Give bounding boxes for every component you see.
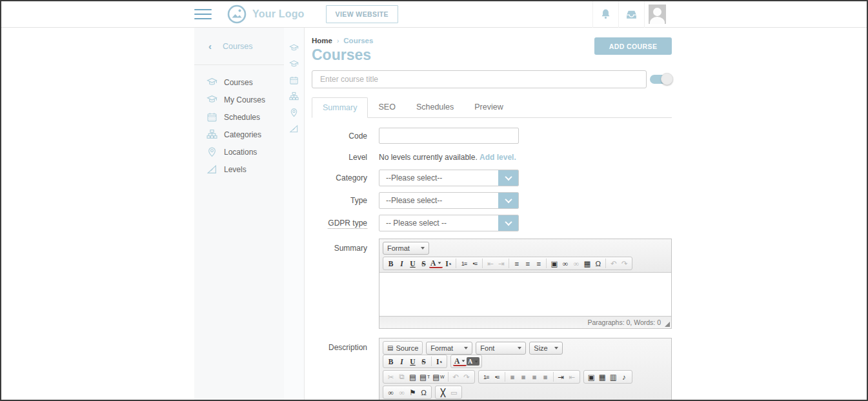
paste-word-icon[interactable]: ▤W bbox=[431, 371, 445, 382]
align-left-icon[interactable]: ≡ bbox=[511, 258, 522, 269]
strikethrough-icon[interactable]: S bbox=[418, 356, 429, 367]
align-right-icon[interactable]: ≡ bbox=[533, 258, 544, 269]
rail-categories-button[interactable] bbox=[289, 88, 299, 104]
link-icon[interactable]: ∞ bbox=[385, 387, 396, 398]
code-input[interactable] bbox=[379, 128, 519, 144]
rail-locations-button[interactable] bbox=[289, 104, 299, 121]
bold-icon[interactable]: B bbox=[385, 356, 396, 367]
numbered-list-icon[interactable]: 1≡ bbox=[458, 258, 469, 269]
sidebar-item-levels[interactable]: Levels bbox=[194, 161, 284, 178]
sidebar-item-locations[interactable]: Locations bbox=[194, 143, 284, 161]
anchor-icon[interactable]: ⚑ bbox=[407, 387, 418, 398]
align-center-icon[interactable]: ≡ bbox=[518, 371, 529, 382]
align-justify-icon[interactable]: ≡ bbox=[540, 371, 551, 382]
align-center-icon[interactable]: ≡ bbox=[522, 258, 533, 269]
category-dropdown-button[interactable] bbox=[498, 170, 518, 186]
resize-handle[interactable] bbox=[665, 322, 670, 327]
profile-menu-button[interactable] bbox=[644, 1, 670, 28]
sidebar-item-label: Levels bbox=[224, 165, 247, 174]
bulleted-list-icon[interactable]: •≡ bbox=[469, 258, 480, 269]
tab-preview[interactable]: Preview bbox=[464, 97, 513, 117]
special-char-icon[interactable]: Ω bbox=[592, 258, 603, 269]
code-label: Code bbox=[312, 128, 367, 141]
category-select[interactable]: --Please select-- bbox=[379, 170, 519, 186]
underline-icon[interactable]: U bbox=[407, 258, 418, 269]
gdpr-type-select[interactable]: -- Please select -- bbox=[379, 215, 519, 231]
redo-icon: ↷ bbox=[461, 371, 472, 382]
rail-levels-button[interactable] bbox=[289, 121, 299, 137]
special-char-icon[interactable]: Ω bbox=[418, 387, 429, 398]
summary-editor-content[interactable] bbox=[379, 273, 671, 316]
format-combo[interactable]: Format bbox=[383, 242, 429, 255]
breadcrumb-current-link[interactable]: Courses bbox=[343, 37, 373, 44]
format-combo[interactable]: Format bbox=[426, 342, 472, 355]
align-right-icon[interactable]: ≡ bbox=[529, 371, 540, 382]
underline-icon[interactable]: U bbox=[407, 356, 418, 367]
toolbar-group: ▣▦▥♪ bbox=[583, 370, 632, 384]
bold-icon[interactable]: B bbox=[385, 258, 396, 269]
image-icon[interactable]: ▣ bbox=[586, 371, 597, 382]
type-dropdown-button[interactable] bbox=[498, 193, 518, 208]
rail-my-courses-button[interactable] bbox=[289, 56, 299, 72]
audio-icon[interactable]: ♪ bbox=[619, 371, 630, 382]
strikethrough-icon[interactable]: S bbox=[418, 258, 429, 269]
toolbar-separator bbox=[553, 372, 554, 382]
sidebar-back-header[interactable]: ‹ Courses bbox=[194, 28, 284, 65]
maximize-icon[interactable]: ╳ bbox=[438, 387, 449, 398]
notifications-button[interactable] bbox=[592, 1, 618, 28]
italic-icon[interactable]: I bbox=[396, 258, 407, 269]
source-button[interactable]: ▤ Source bbox=[383, 341, 423, 355]
inbox-button[interactable] bbox=[618, 1, 644, 28]
left-gutter bbox=[1, 28, 194, 401]
link-icon[interactable]: ∞ bbox=[560, 258, 570, 269]
type-label: Type bbox=[312, 192, 367, 205]
text-color-icon[interactable]: A bbox=[453, 357, 467, 366]
level-label: Level bbox=[312, 152, 367, 162]
image-icon[interactable]: ▣ bbox=[549, 258, 560, 269]
rail-schedules-button[interactable] bbox=[289, 72, 299, 88]
sitemap-icon bbox=[207, 129, 217, 140]
tab-schedules[interactable]: Schedules bbox=[406, 97, 464, 117]
summary-editor: Format BIUSAIx1≡•≡⇤⇥≡≡≡▣∞∞▦Ω↶↷ Paragraph… bbox=[379, 239, 672, 329]
paste-text-icon[interactable]: ▤T bbox=[418, 371, 431, 382]
add-level-link[interactable]: Add level. bbox=[479, 153, 516, 162]
table-icon[interactable]: ▦ bbox=[581, 258, 592, 269]
toolbar-separator bbox=[448, 372, 449, 382]
align-left-icon[interactable]: ≡ bbox=[507, 371, 518, 382]
header-actions bbox=[592, 1, 670, 28]
table-icon[interactable]: ▦ bbox=[597, 371, 608, 382]
sidebar-item-categories[interactable]: Categories bbox=[194, 126, 284, 143]
remove-format-icon[interactable]: Ix bbox=[443, 258, 454, 269]
italic-icon[interactable]: I bbox=[396, 356, 407, 367]
tab-seo[interactable]: SEO bbox=[368, 97, 405, 117]
bulleted-list-icon[interactable]: •≡ bbox=[492, 371, 503, 382]
toolbar-separator bbox=[431, 357, 432, 366]
status-toggle[interactable] bbox=[650, 75, 671, 84]
size-combo[interactable]: Size bbox=[529, 342, 563, 355]
toolbar-separator bbox=[605, 259, 606, 268]
gdpr-dropdown-button[interactable] bbox=[498, 215, 518, 231]
sidebar-item-my-courses[interactable]: My Courses bbox=[194, 91, 284, 108]
bg-color-icon[interactable]: A bbox=[467, 357, 479, 366]
toolbar-group: BIUSIx bbox=[383, 355, 447, 368]
tab-summary[interactable]: Summary bbox=[312, 97, 368, 118]
hamburger-menu-icon[interactable] bbox=[194, 9, 212, 19]
course-title-input[interactable] bbox=[312, 70, 647, 88]
indent-icon[interactable]: ⇥ bbox=[556, 371, 567, 382]
type-select[interactable]: --Please select-- bbox=[379, 192, 519, 209]
remove-format-icon[interactable]: Ix bbox=[434, 356, 445, 367]
paste-icon[interactable]: ▤ bbox=[407, 371, 418, 382]
user-avatar bbox=[649, 5, 666, 24]
view-website-button[interactable]: VIEW WEBSITE bbox=[326, 5, 398, 23]
breadcrumb-home-link[interactable]: Home bbox=[312, 37, 332, 44]
sidebar-item-schedules[interactable]: Schedules bbox=[194, 108, 284, 126]
text-color-icon[interactable]: A bbox=[429, 259, 443, 268]
numbered-list-icon[interactable]: 1≡ bbox=[481, 371, 492, 382]
sidebar-item-courses[interactable]: Courses bbox=[194, 73, 284, 91]
font-combo[interactable]: Font bbox=[476, 342, 526, 355]
rail-courses-button[interactable] bbox=[289, 40, 299, 56]
gdpr-selected-value: -- Please select -- bbox=[379, 215, 498, 231]
brand-logo[interactable]: Your Logo bbox=[227, 5, 305, 24]
iframe-icon[interactable]: ▥ bbox=[608, 371, 619, 382]
add-course-button[interactable]: ADD COURSE bbox=[594, 37, 672, 55]
